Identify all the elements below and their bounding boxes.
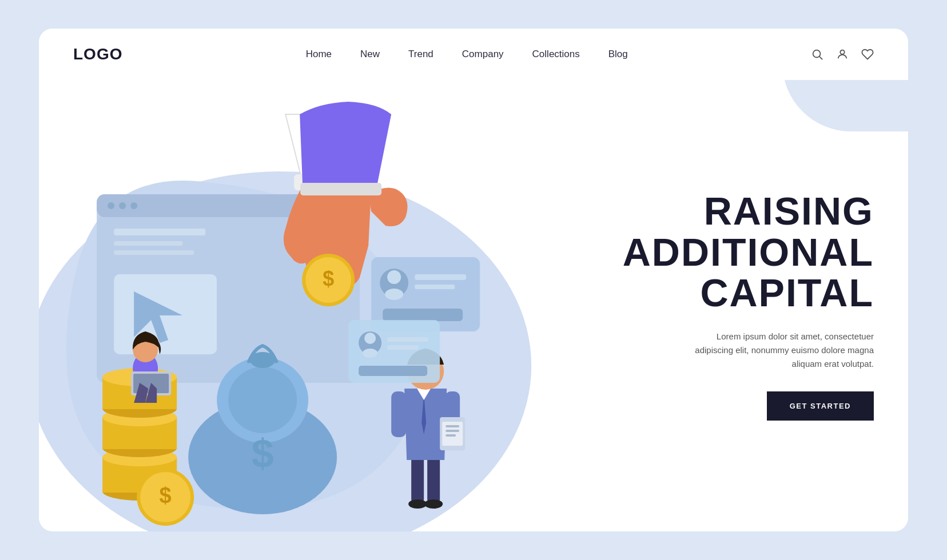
svg-rect-53 [383, 309, 463, 321]
logo: LOGO [73, 45, 122, 63]
nav-blog[interactable]: Blog [608, 49, 628, 60]
svg-point-17 [250, 352, 275, 368]
svg-rect-9 [114, 229, 205, 235]
svg-point-0 [813, 50, 821, 58]
svg-text:$: $ [160, 483, 172, 507]
svg-point-7 [119, 202, 126, 209]
svg-point-37 [408, 499, 427, 509]
svg-rect-46 [445, 434, 456, 437]
svg-rect-60 [359, 366, 427, 376]
svg-rect-65 [300, 183, 381, 195]
search-button[interactable] [811, 48, 823, 61]
svg-rect-45 [445, 430, 459, 432]
main-content: $ $ [39, 80, 908, 531]
svg-rect-39 [391, 391, 406, 437]
illustration-area: $ $ [39, 80, 578, 531]
svg-point-6 [108, 202, 114, 209]
nav-collections[interactable]: Collections [532, 49, 580, 60]
svg-point-8 [130, 202, 137, 209]
svg-point-49 [387, 270, 401, 284]
svg-point-56 [364, 333, 376, 344]
heart-icon [861, 48, 874, 61]
hero-illustration: $ $ [39, 80, 578, 531]
nav-new[interactable]: New [360, 49, 380, 60]
svg-point-57 [363, 349, 377, 358]
nav-links: Home New Trend Company Collections Blog [306, 49, 628, 60]
svg-text:$: $ [323, 267, 334, 290]
get-started-button[interactable]: GET STARTED [767, 391, 874, 421]
user-button[interactable] [836, 48, 849, 61]
svg-rect-58 [387, 337, 428, 342]
svg-rect-44 [445, 425, 459, 427]
page-container: LOGO Home New Trend Company Collections … [39, 29, 908, 531]
user-icon [836, 48, 849, 61]
navbar: LOGO Home New Trend Company Collections … [39, 29, 908, 80]
nav-company[interactable]: Company [462, 49, 504, 60]
svg-rect-36 [427, 457, 440, 503]
wishlist-button[interactable] [861, 48, 874, 61]
nav-trend[interactable]: Trend [408, 49, 433, 60]
svg-line-1 [819, 57, 822, 59]
svg-point-2 [840, 50, 844, 54]
nav-icons [811, 48, 874, 61]
svg-point-38 [424, 499, 443, 509]
svg-rect-11 [114, 250, 194, 255]
svg-rect-52 [415, 285, 455, 289]
hero-description: Lorem ipsum dolor sit amet, consectetuer… [679, 330, 874, 371]
text-area: RAISING ADDITIONAL CAPITAL Lorem ipsum d… [578, 80, 908, 531]
svg-rect-35 [411, 457, 424, 503]
svg-point-50 [385, 289, 403, 300]
hero-title: RAISING ADDITIONAL CAPITAL [595, 191, 874, 313]
svg-rect-10 [114, 241, 182, 246]
svg-rect-51 [415, 274, 466, 280]
nav-home[interactable]: Home [306, 49, 332, 60]
svg-rect-59 [387, 345, 419, 350]
svg-point-16 [228, 367, 297, 433]
svg-text:$: $ [252, 431, 274, 476]
search-icon [811, 48, 823, 61]
